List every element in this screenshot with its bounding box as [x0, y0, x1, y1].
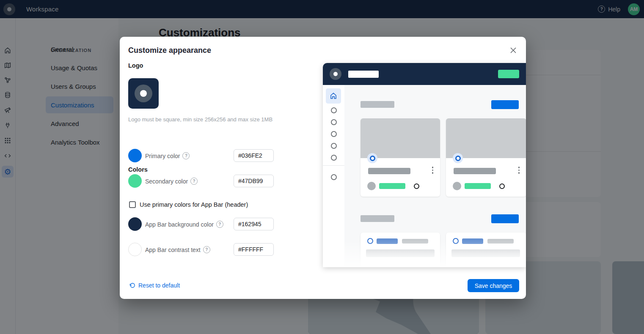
screen: Workspace ? Help AM ⚙ OR	[0, 0, 644, 334]
help-circle-icon[interactable]: ?	[203, 246, 210, 253]
primary-color-input[interactable]	[234, 149, 274, 162]
kebab-menu-icon	[432, 167, 434, 174]
theme-preview	[323, 63, 526, 267]
appbar-primary-colors-option[interactable]: Use primary colors for App Bar (header)	[129, 201, 248, 208]
kebab-menu-icon	[518, 167, 520, 174]
skeleton-heading	[361, 215, 394, 222]
appbar-background-color-row: App Bar background color ?	[128, 217, 274, 231]
preview-logo-icon	[330, 68, 341, 80]
card-secondary-bar	[379, 183, 405, 189]
appbar-background-swatch[interactable]	[128, 217, 142, 231]
reset-icon	[129, 282, 135, 289]
primary-color-label: Primary color ?	[145, 152, 190, 159]
dialog-title: Customize appearance	[128, 46, 211, 55]
logo-section-heading: Logo	[128, 62, 143, 69]
card-badge-icon	[367, 153, 377, 163]
appbar-contrast-swatch[interactable]	[128, 243, 142, 256]
primary-color-swatch[interactable]	[128, 149, 142, 162]
preview-app-bar	[323, 63, 526, 85]
preview-rail-item	[331, 174, 337, 180]
preview-primary-button	[491, 100, 519, 109]
checkbox-unchecked-icon[interactable]	[129, 201, 136, 208]
reset-label: Reset to default	[138, 282, 180, 289]
preview-title-placeholder	[348, 71, 379, 78]
preview-rail-divider	[323, 165, 344, 166]
reset-to-default-button[interactable]: Reset to default	[129, 282, 180, 289]
card-title-placeholder	[454, 168, 496, 174]
logo-mark-icon	[135, 85, 152, 102]
appbar-contrast-label: App Bar contrast text ?	[145, 246, 210, 253]
preview-rail-item	[331, 131, 337, 137]
help-circle-icon[interactable]: ?	[182, 152, 190, 159]
card-avatar	[367, 182, 376, 190]
preview-primary-button	[491, 214, 519, 223]
card-status-icon	[414, 183, 419, 189]
help-circle-icon[interactable]: ?	[216, 221, 223, 228]
secondary-color-row: Secondary color ?	[128, 174, 274, 188]
checkbox-label: Use primary colors for App Bar (header)	[140, 201, 248, 208]
preview-card	[446, 118, 526, 197]
close-icon[interactable]	[510, 47, 517, 54]
card-title-placeholder	[368, 168, 410, 174]
secondary-color-label: Secondary color ?	[145, 178, 198, 185]
appbar-background-input[interactable]	[234, 218, 274, 230]
save-changes-button[interactable]: Save changes	[468, 279, 519, 292]
preview-rail-item	[331, 155, 337, 161]
appbar-contrast-text-row: App Bar contrast text ?	[128, 243, 274, 256]
card-image-placeholder	[446, 118, 526, 158]
preview-rail-item	[331, 143, 337, 149]
preview-rail-item	[331, 119, 337, 125]
preview-card	[361, 118, 440, 197]
colors-section-heading: Colors	[128, 166, 148, 173]
card-status-icon	[499, 183, 505, 189]
secondary-color-swatch[interactable]	[128, 174, 142, 188]
help-circle-icon[interactable]: ?	[190, 178, 198, 185]
primary-color-row: Primary color ?	[128, 149, 274, 162]
appbar-contrast-input[interactable]	[234, 243, 274, 256]
secondary-color-input[interactable]	[234, 175, 274, 187]
card-badge-icon	[453, 153, 463, 163]
appbar-background-label: App Bar background color ?	[145, 221, 223, 228]
preview-home-icon	[326, 88, 341, 104]
preview-fade	[323, 240, 526, 267]
logo-preview[interactable]	[128, 78, 159, 109]
card-secondary-bar	[465, 183, 491, 189]
preview-header-button	[498, 70, 519, 78]
card-image-placeholder	[361, 118, 440, 158]
card-avatar	[453, 182, 461, 190]
logo-hint: Logo must be square, min size 256x256 an…	[128, 116, 272, 123]
preview-rail-item	[331, 107, 337, 113]
customize-appearance-dialog: Customize appearance Logo Logo must be s…	[120, 37, 526, 299]
skeleton-heading	[361, 101, 394, 108]
